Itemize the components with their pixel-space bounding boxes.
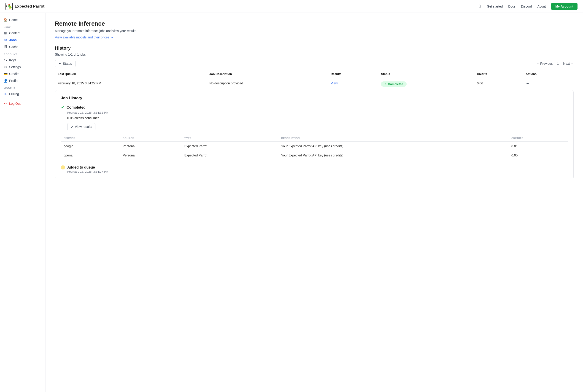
pricing-icon: $ xyxy=(4,92,7,96)
cache-icon: 🗄 xyxy=(4,45,7,49)
sub-cell-service: openai xyxy=(61,151,120,160)
col-status: Status xyxy=(378,70,474,78)
sidebar-item-logout[interactable]: ↪ Log Out xyxy=(0,100,46,107)
results-view-link[interactable]: View xyxy=(331,82,337,85)
layout: 🏠 Home View ⊞ Content ⚙ Jobs 🗄 Cache Acc… xyxy=(0,13,583,392)
nav-about[interactable]: About xyxy=(537,4,546,8)
settings-icon: ⚙ xyxy=(4,65,7,69)
dark-mode-icon[interactable]: ☽ xyxy=(478,4,481,9)
sidebar-item-jobs[interactable]: ⚙ Jobs xyxy=(0,36,46,44)
previous-page-button[interactable]: ← Previous xyxy=(536,62,552,66)
logout-icon: ↪ xyxy=(4,102,7,106)
job-history-row: Job History ✓ Completed February 18, 202… xyxy=(55,90,574,179)
sub-col-service: SERVICE xyxy=(61,135,120,142)
sub-cell-description: Your Expected Parrot API key (uses credi… xyxy=(278,151,509,160)
sub-cell-source: Personal xyxy=(120,142,182,151)
page-subtitle: Manage your remote inference jobs and vi… xyxy=(55,29,574,33)
sub-col-description: DESCRIPTION xyxy=(278,135,509,142)
col-results: Results xyxy=(328,70,378,78)
content-icon: ⊞ xyxy=(4,31,7,35)
external-link-icon: ↗ xyxy=(71,125,74,128)
page-title: Remote Inference xyxy=(55,20,574,27)
next-page-button[interactable]: Next → xyxy=(563,62,574,66)
queue-timestamp: February 18, 2025, 3:34:27 PM xyxy=(67,170,568,173)
job-history-panel: Job History ✓ Completed February 18, 202… xyxy=(55,90,573,179)
nav-discord[interactable]: Discord xyxy=(521,4,532,8)
header: E 🦜 Expected Parrot ☽ Get started Docs D… xyxy=(0,0,583,13)
status-filter-button[interactable]: ▼ Status xyxy=(55,60,76,67)
sidebar: 🏠 Home View ⊞ Content ⚙ Jobs 🗄 Cache Acc… xyxy=(0,13,46,392)
cell-last-queued: February 18, 2025 3:34:27 PM xyxy=(55,78,207,90)
sub-col-type: TYPE xyxy=(182,135,278,142)
sub-cell-source: Personal xyxy=(120,151,182,160)
cell-status: ✓ Completed xyxy=(378,78,474,90)
sub-cell-description: Your Expected Parrot API key (uses credi… xyxy=(278,142,509,151)
completed-timestamp: February 18, 2025, 3:34:32 PM xyxy=(67,111,568,114)
sub-col-source: SOURCE xyxy=(120,135,182,142)
jobs-table: Last Queued Job Description Results Stat… xyxy=(55,70,574,179)
table-row: February 18, 2025 3:34:27 PM No descript… xyxy=(55,78,574,90)
header-right: ☽ Get started Docs Discord About My Acco… xyxy=(478,3,577,10)
completed-badge: ✓ Completed xyxy=(381,82,406,87)
logo-letter: E xyxy=(6,5,7,8)
sub-cell-service: google xyxy=(61,142,120,151)
queue-label: Added to queue xyxy=(67,165,95,170)
job-history-title: Job History xyxy=(61,96,568,100)
my-account-button[interactable]: My Account xyxy=(551,3,577,10)
sub-cell-credits: 0.01 xyxy=(509,142,568,151)
credits-icon: 💳 xyxy=(4,72,7,76)
jobs-icon: ⚙ xyxy=(4,38,7,42)
sub-table: SERVICE SOURCE TYPE DESCRIPTION CREDITS xyxy=(61,135,568,160)
col-actions: Actions xyxy=(523,70,573,78)
filter-pagination-bar: ▼ Status ← Previous 1 Next → xyxy=(55,60,574,67)
main-content: Remote Inference Manage your remote infe… xyxy=(46,13,583,392)
view-models-link[interactable]: View available models and their prices → xyxy=(55,36,114,39)
sidebar-item-pricing[interactable]: $ Pricing xyxy=(0,90,46,98)
activity-icon[interactable]: 〜 xyxy=(525,82,529,86)
brand-name: Expected Parrot xyxy=(15,4,44,9)
sub-cell-type: Expected Parrot xyxy=(182,142,278,151)
parrot-icon: 🦜 xyxy=(8,4,13,9)
sidebar-item-content[interactable]: ⊞ Content xyxy=(0,30,46,36)
sub-cell-type: Expected Parrot xyxy=(182,151,278,160)
sub-cell-credits: 0.05 xyxy=(509,151,568,160)
cell-credits: 0.06 xyxy=(474,78,523,90)
sub-table-row: google Personal Expected Parrot Your Exp… xyxy=(61,142,568,151)
header-left: E 🦜 Expected Parrot xyxy=(6,3,44,10)
sidebar-item-cache[interactable]: 🗄 Cache xyxy=(0,44,46,50)
sub-col-credits: CREDITS xyxy=(509,135,568,142)
home-icon: 🏠 xyxy=(4,18,7,22)
nav-get-started[interactable]: Get started xyxy=(487,4,503,8)
sidebar-item-profile[interactable]: 👤 Profile xyxy=(0,77,46,84)
credits-consumed: 0.06 credits consumed. xyxy=(67,116,568,120)
sidebar-item-keys[interactable]: 🗝 Keys xyxy=(0,57,46,64)
view-results-button[interactable]: ↗ View results xyxy=(67,123,95,130)
history-title: History xyxy=(55,46,574,51)
logo-icon: E 🦜 xyxy=(6,3,13,10)
cell-job-description: No description provided xyxy=(207,78,328,90)
sub-table-row: openai Personal Expected Parrot Your Exp… xyxy=(61,151,568,160)
sidebar-item-credits[interactable]: 💳 Credits xyxy=(0,70,46,77)
filter-icon: ▼ xyxy=(58,62,62,66)
sidebar-section-models: Models xyxy=(0,84,46,90)
keys-icon: 🗝 xyxy=(4,58,7,62)
profile-icon: 👤 xyxy=(4,79,7,82)
queue-dot-icon xyxy=(61,165,65,170)
queue-row: Added to queue xyxy=(61,165,568,170)
col-last-queued: Last Queued xyxy=(55,70,207,78)
completed-check-icon: ✓ xyxy=(61,105,64,110)
sidebar-item-home[interactable]: 🏠 Home xyxy=(0,16,46,23)
pagination: ← Previous 1 Next → xyxy=(536,61,574,66)
col-job-description: Job Description xyxy=(207,70,328,78)
check-icon: ✓ xyxy=(384,82,387,86)
col-credits: Credits xyxy=(474,70,523,78)
sidebar-section-view: View xyxy=(0,23,46,30)
history-completed-row: ✓ Completed xyxy=(61,105,568,110)
showing-text: Showing 1-1 of 1 jobs xyxy=(55,52,574,56)
nav-docs[interactable]: Docs xyxy=(508,4,515,8)
sidebar-item-settings[interactable]: ⚙ Settings xyxy=(0,64,46,70)
cell-results: View xyxy=(328,78,378,90)
sidebar-section-account: Account xyxy=(0,50,46,57)
cell-actions: 〜 xyxy=(523,78,573,90)
completed-label: Completed xyxy=(67,106,86,110)
